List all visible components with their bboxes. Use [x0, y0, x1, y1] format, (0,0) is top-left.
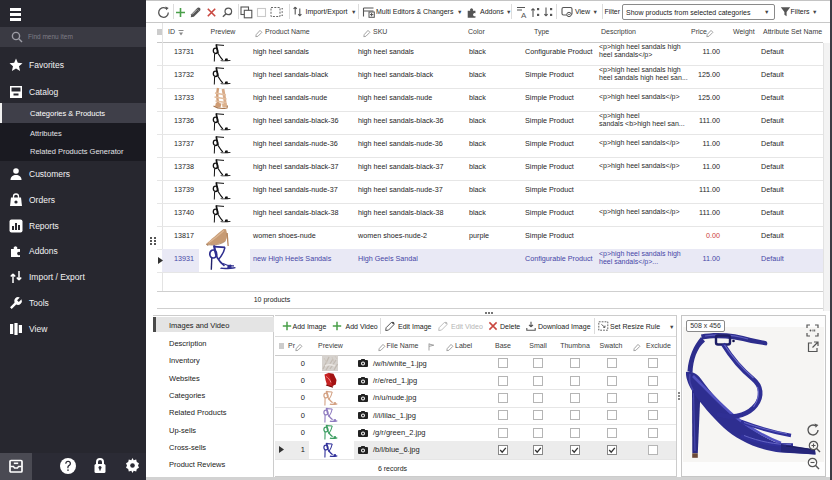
svg-text:A: A	[521, 11, 527, 19]
